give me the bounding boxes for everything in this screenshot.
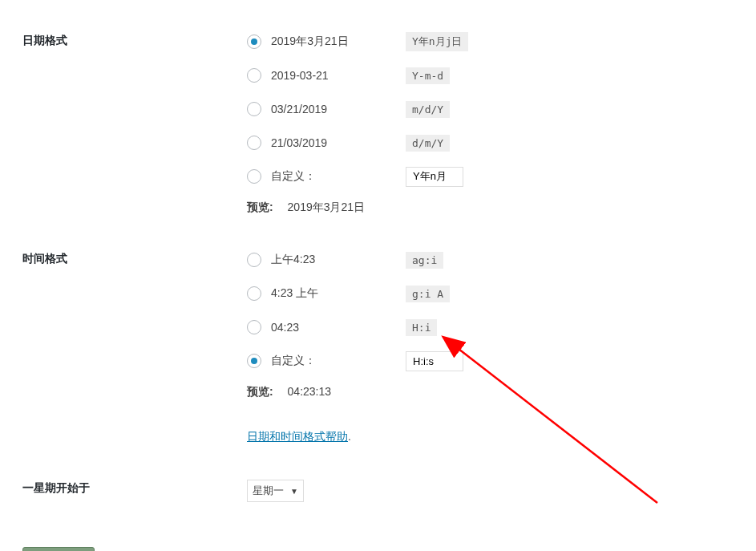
- date-preview-label: 预览:: [247, 201, 273, 213]
- settings-form: 日期格式 2019年3月21日 Y年n月j日 2019-03-21 Y-m-d …: [0, 0, 756, 551]
- time-radio-custom[interactable]: [247, 354, 261, 368]
- time-option-row[interactable]: 04:23 H:i: [247, 318, 756, 337]
- date-option-label-3: 21/03/2019: [271, 136, 406, 149]
- time-custom-input[interactable]: [406, 351, 463, 371]
- week-start-selected: 星期一: [253, 484, 284, 498]
- date-radio-1[interactable]: [247, 68, 261, 83]
- date-format-section: 日期格式 2019年3月21日 Y年n月j日 2019-03-21 Y-m-d …: [22, 32, 756, 215]
- time-code-2: H:i: [406, 319, 437, 336]
- date-format-heading: 日期格式: [22, 34, 67, 47]
- date-radio-custom[interactable]: [247, 169, 261, 184]
- date-option-row[interactable]: 21/03/2019 d/m/Y: [247, 133, 756, 152]
- date-preview-row: 预览: 2019年3月21日: [247, 201, 756, 215]
- time-code-1: g:i A: [406, 286, 450, 302]
- date-format-options: 2019年3月21日 Y年n月j日 2019-03-21 Y-m-d 03/21…: [247, 32, 756, 215]
- time-format-heading-col: 时间格式: [22, 250, 247, 444]
- date-code-3: d/m/Y: [406, 135, 450, 152]
- time-preview-row: 预览: 04:23:13: [247, 385, 756, 399]
- week-start-options: 星期一 ▼: [247, 480, 756, 502]
- date-custom-input[interactable]: [406, 167, 463, 187]
- time-radio-1[interactable]: [247, 286, 261, 301]
- save-button[interactable]: 保存更改: [22, 547, 95, 551]
- chevron-down-icon: ▼: [290, 487, 298, 496]
- datetime-help-link[interactable]: 日期和时间格式帮助: [247, 430, 348, 444]
- week-start-heading-col: 一星期开始于: [22, 480, 247, 502]
- time-preview-label: 预览:: [247, 385, 273, 398]
- time-format-options: 上午4:23 ag:i 4:23 上午 g:i A 04:23 H:i 自定义：…: [247, 250, 756, 444]
- time-option-label-0: 上午4:23: [271, 253, 406, 267]
- date-radio-2[interactable]: [247, 102, 261, 116]
- help-link-dot: .: [348, 430, 351, 443]
- date-format-heading-col: 日期格式: [22, 32, 247, 215]
- time-radio-0[interactable]: [247, 253, 261, 267]
- date-code-0: Y年n月j日: [406, 32, 468, 51]
- time-option-label-2: 04:23: [271, 321, 406, 334]
- date-option-row[interactable]: 2019-03-21 Y-m-d: [247, 66, 756, 85]
- date-option-label-1: 2019-03-21: [271, 69, 406, 82]
- time-code-0: ag:i: [406, 252, 443, 269]
- date-option-row[interactable]: 03/21/2019 m/d/Y: [247, 99, 756, 119]
- date-custom-label: 自定义：: [271, 169, 406, 184]
- week-start-heading: 一星期开始于: [22, 481, 90, 494]
- time-option-row[interactable]: 上午4:23 ag:i: [247, 250, 756, 269]
- date-code-1: Y-m-d: [406, 67, 450, 84]
- date-radio-0[interactable]: [247, 34, 261, 49]
- week-start-select[interactable]: 星期一 ▼: [247, 480, 304, 502]
- time-format-section: 时间格式 上午4:23 ag:i 4:23 上午 g:i A 04:23 H:i…: [22, 250, 756, 444]
- time-format-heading: 时间格式: [22, 252, 67, 265]
- time-preview-value: 04:23:13: [288, 385, 332, 398]
- time-radio-2[interactable]: [247, 320, 261, 334]
- time-custom-row[interactable]: 自定义：: [247, 351, 756, 371]
- time-custom-label: 自定义：: [271, 354, 406, 368]
- date-option-label-0: 2019年3月21日: [271, 34, 406, 49]
- time-option-row[interactable]: 4:23 上午 g:i A: [247, 284, 756, 303]
- week-start-section: 一星期开始于 星期一 ▼: [22, 480, 756, 502]
- date-radio-3[interactable]: [247, 136, 261, 150]
- date-custom-row[interactable]: 自定义：: [247, 167, 756, 186]
- date-option-label-2: 03/21/2019: [271, 103, 406, 115]
- time-option-label-1: 4:23 上午: [271, 286, 406, 301]
- date-code-2: m/d/Y: [406, 101, 450, 118]
- date-preview-value: 2019年3月21日: [288, 201, 366, 213]
- date-option-row[interactable]: 2019年3月21日 Y年n月j日: [247, 32, 756, 51]
